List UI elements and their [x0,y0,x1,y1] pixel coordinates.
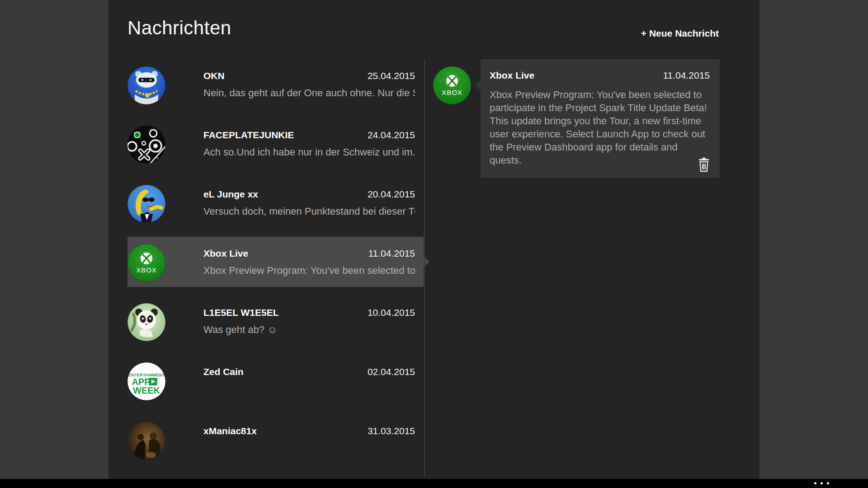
message-date: 10.04.2015 [368,307,415,318]
conversation-item-faceplatejunkie[interactable]: Y FACEPLATEJUNKIE 24.04.2015 Ach so.Und … [127,118,424,169]
detail-message-body: Xbox Preview Program: You've been select… [490,88,710,167]
message-preview: Xbox Preview Program: You've been select… [203,265,415,277]
conversation-item-okn[interactable]: OKN 25.04.2015 Nein, das geht auf der On… [127,59,424,109]
conversation-item-xbox-live[interactable]: XBOX Xbox Live 11.04.2015 Xbox Preview P… [127,237,424,287]
sender-name: OKN [203,70,225,81]
sender-name: eL Junge xx [203,189,258,200]
message-date: 24.04.2015 [368,130,415,141]
banana-avatar-icon [127,185,165,223]
panda-robot-avatar-icon [127,66,165,104]
message-preview: Was geht ab? ☺ [203,324,415,336]
conversation-item-xmaniac[interactable]: xManiac81x 31.03.2015 [127,414,424,465]
game-art-avatar-icon [127,422,165,460]
messages-panel: Nachrichten + Neue Nachricht [108,0,760,479]
conversation-list: OKN 25.04.2015 Nein, das geht auf der On… [127,59,424,474]
list-detail-divider [424,59,425,477]
app-week-logo-avatar-icon: ENTERTAINMENT APP WEEK [127,362,165,400]
message-date: 25.04.2015 [368,70,415,81]
trash-icon [698,158,710,172]
message-detail-pane: Xbox Live 11.04.2015 Xbox Preview Progra… [481,59,720,178]
xbox-live-avatar-icon: XBOX [127,244,165,282]
svg-text:XBOX: XBOX [442,89,462,96]
sender-name: FACEPLATEJUNKIE [203,130,294,141]
conversation-item-l1e5el[interactable]: L1E5EL W1E5EL 10.04.2015 Was geht ab? ☺ [127,296,424,346]
sender-name: Zed Cain [203,366,244,377]
message-date: 11.04.2015 [368,248,415,259]
message-date: 31.03.2015 [368,426,415,436]
sender-name: L1E5EL W1E5EL [203,307,279,318]
system-bar [0,479,868,488]
new-message-button[interactable]: + Neue Nachricht [641,28,719,39]
message-date: 02.04.2015 [368,366,415,377]
message-preview: Ach so.Und ich habe nur in der Schweiz u… [203,146,415,158]
conversation-item-zed-cain[interactable]: ENTERTAINMENT APP WEEK Zed Cain 02.04.20… [127,355,424,405]
delete-message-button[interactable] [698,158,710,172]
detail-message-date: 11.04.2015 [663,70,710,81]
message-preview: Versuch doch, meinen Punktestand bei die… [203,206,415,217]
page-title: Nachrichten [127,17,231,39]
message-date: 20.04.2015 [368,189,415,200]
svg-text:XBOX: XBOX [136,266,157,274]
more-options-icon[interactable] [814,482,829,484]
sender-name: Xbox Live [203,248,248,259]
conversation-item-el-junge[interactable]: eL Junge xx 20.04.2015 Versuch doch, mei… [127,178,424,228]
pane-tail-notch [475,80,481,91]
panda-avatar-icon [127,303,165,341]
message-preview: Nein, das geht auf der One auch ohne. Nu… [203,87,415,99]
detail-xbox-live-avatar-icon: XBOX [433,66,471,104]
svg-text:WEEK: WEEK [133,385,160,395]
sender-name: xManiac81x [203,426,257,436]
controller-avatar-icon: Y [127,126,165,164]
detail-sender-name: Xbox Live [490,70,534,81]
